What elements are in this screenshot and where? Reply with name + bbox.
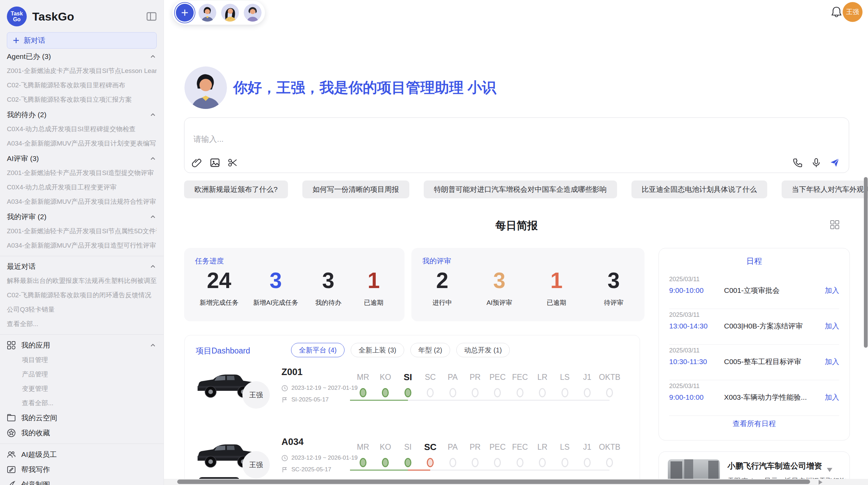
join-link[interactable]: 加入 bbox=[825, 321, 839, 331]
assistant-avatar-person[interactable] bbox=[244, 4, 262, 22]
sidebar-section-header[interactable]: AI评审 (3) bbox=[7, 151, 157, 166]
stat-value: 3 bbox=[484, 269, 515, 292]
schedule-item-main: 10:30-11:30C005-整车工程目标评审加入 bbox=[669, 357, 839, 366]
milestone-segment bbox=[408, 470, 430, 471]
sidebar-item-my-apps[interactable]: 我的应用 bbox=[7, 338, 157, 353]
sidebar-task-item[interactable]: Z001-全新燃油皮卡产品开发项目SI节点Lesson Learn报告 bbox=[7, 64, 157, 78]
write-icon bbox=[7, 465, 16, 474]
suggestion-chip[interactable]: 如何写一份清晰的项目周报 bbox=[302, 181, 409, 198]
attachment-icon[interactable] bbox=[192, 158, 202, 168]
app-window: Task Go TaskGo 新对话 Agent已办 (3)Z001-全新燃油皮… bbox=[0, 0, 868, 485]
suggestion-chip[interactable]: 比亚迪全固态电池计划具体说了什么 bbox=[631, 181, 767, 198]
phone-call-icon[interactable] bbox=[793, 158, 803, 168]
dashboard-tab[interactable]: 动总开发 (1) bbox=[456, 343, 510, 357]
new-chat-label: 新对话 bbox=[24, 36, 45, 45]
divider bbox=[0, 256, 164, 256]
sidebar-section-header[interactable]: 我的评审 (2) bbox=[7, 210, 157, 224]
app-sub-item[interactable]: 变更管理 bbox=[7, 382, 157, 396]
sidebar-task-item[interactable]: C02-飞腾新能源轻客改款项目里程碑画布 bbox=[7, 78, 157, 92]
schedule-separator bbox=[669, 344, 839, 345]
sidebar-item-tool-1[interactable]: 帮我写作 bbox=[7, 462, 157, 477]
assistant-avatar-man[interactable] bbox=[198, 4, 216, 22]
project-row: 王强A0342023-12-19 ~ 2026-01-19SC-2025-05-… bbox=[185, 432, 640, 485]
new-session-button[interactable] bbox=[176, 4, 194, 22]
sidebar-task-item[interactable]: C0X4-动力总成开发项目SI里程碑提交物检查 bbox=[7, 122, 157, 136]
dashboard-tab[interactable]: 年型 (2) bbox=[410, 343, 450, 357]
project-date-range-row: 2023-12-19 ~ 2026-01-19 bbox=[281, 455, 358, 461]
app-sub-item[interactable]: 查看全部... bbox=[7, 396, 157, 410]
milestone-dot bbox=[360, 388, 366, 397]
dashboard-tab[interactable]: 全新上装 (3) bbox=[351, 343, 404, 357]
recent-conversation-item[interactable]: C02-飞腾新能源轻客改款项目的闭环通告反馈情况 bbox=[7, 288, 157, 302]
app-sub-item[interactable]: 产品管理 bbox=[7, 367, 157, 382]
stat-item: 2进行中 bbox=[427, 269, 458, 307]
logo-line2: Go bbox=[13, 16, 21, 22]
sidebar-item-label: AI超级员工 bbox=[21, 450, 57, 459]
sidebar-task-item[interactable]: A034-全新新能源MUV产品开发项目计划变更表编写 bbox=[7, 136, 157, 151]
sidebar-task-item[interactable]: Z001-全新燃油轻卡产品开发项目SI节点属性5D文件评审 bbox=[7, 224, 157, 238]
recent-conversation-item[interactable]: 解释最新出台的欧盟报废车法规再生塑料比例被调至15%... bbox=[7, 274, 157, 288]
milestone-stop[interactable]: OKTB bbox=[594, 441, 625, 467]
pen-icon bbox=[7, 480, 16, 485]
sidebar-sections: Agent已办 (3)Z001-全新燃油皮卡产品开发项目SI节点Lesson L… bbox=[7, 49, 157, 253]
sidebar-task-item[interactable]: Z001-全新燃油轻卡产品开发项目SI造型提交物评审 bbox=[7, 166, 157, 180]
app-sub-item[interactable]: 项目管理 bbox=[7, 353, 157, 367]
sidebar-item-storage-0[interactable]: 我的云空间 bbox=[7, 410, 157, 425]
sidebar-section-header[interactable]: 我的待办 (2) bbox=[7, 108, 157, 122]
session-switcher bbox=[172, 1, 265, 25]
notifications-bell-icon[interactable] bbox=[831, 6, 842, 18]
sidebar-task-item[interactable]: C0X4-动力总成开发项目工程变更评审 bbox=[7, 180, 157, 195]
sidebar-task-item[interactable]: C02-飞腾新能源轻客改款项目立项汇报方案 bbox=[7, 92, 157, 107]
stat-row: 24新增完成任务3新增AI完成任务3我的待办1已逾期 bbox=[200, 269, 389, 307]
milestone-stop[interactable]: OKTB bbox=[594, 371, 625, 397]
recent-conversation-item[interactable]: 公司Q3轻卡销量 bbox=[7, 302, 157, 317]
view-all-schedule-link[interactable]: 查看所有日程 bbox=[659, 419, 849, 428]
send-icon[interactable] bbox=[830, 158, 840, 168]
stat-card-title: 我的评审 bbox=[422, 256, 451, 266]
plus-icon bbox=[13, 37, 20, 44]
sidebar-item-storage-1[interactable]: 我的收藏 bbox=[7, 425, 157, 440]
new-chat-button[interactable]: 新对话 bbox=[7, 32, 157, 49]
sidebar-item-tool-2[interactable]: 创意制图 bbox=[7, 477, 157, 485]
recent-conversation-item[interactable]: 查看全部... bbox=[7, 317, 157, 331]
stat-label: 待评审 bbox=[598, 298, 629, 307]
milestone-dot bbox=[517, 388, 523, 397]
recent-section-header[interactable]: 最近对话 bbox=[7, 259, 157, 274]
scissors-icon[interactable] bbox=[228, 158, 238, 168]
milestone-segment bbox=[363, 400, 385, 401]
stat-item: 3AI预评审 bbox=[484, 269, 515, 307]
folder-icon bbox=[7, 413, 16, 422]
layout-grid-icon[interactable] bbox=[830, 220, 840, 229]
suggestion-chip[interactable]: 欧洲新规最近颁布了什么? bbox=[184, 181, 288, 198]
scroll-right-arrow[interactable] bbox=[819, 480, 822, 485]
dashboard-tab[interactable]: 全新平台 (4) bbox=[291, 343, 345, 357]
schedule-date: 2025/03/11 bbox=[669, 276, 839, 283]
stat-item: 3我的待办 bbox=[313, 269, 344, 307]
image-icon[interactable] bbox=[210, 158, 220, 168]
sidebar-section-header[interactable]: Agent已办 (3) bbox=[7, 49, 157, 64]
collapse-sidebar-icon[interactable] bbox=[146, 12, 157, 21]
schedule-item-main: 9:00-10:00X003-车辆动力学性能验...加入 bbox=[669, 393, 839, 402]
suggestion-chip[interactable]: 特朗普可能对进口汽车增税会对中国车企造成哪些影响 bbox=[424, 181, 617, 198]
message-composer bbox=[184, 117, 849, 173]
divider bbox=[0, 334, 164, 335]
vertical-scrollbar-thumb[interactable] bbox=[864, 177, 868, 348]
join-link[interactable]: 加入 bbox=[825, 393, 839, 402]
schedule-separator bbox=[669, 380, 839, 380]
microphone-icon[interactable] bbox=[811, 158, 821, 168]
schedule-date: 2025/03/11 bbox=[669, 347, 839, 354]
sidebar-task-item[interactable]: A034-全新新能源MUV产品开发项目法规符合性评审 bbox=[7, 195, 157, 209]
message-input[interactable] bbox=[193, 134, 674, 144]
user-avatar[interactable]: 王强 bbox=[843, 2, 863, 22]
suggestion-chip[interactable]: 当下年轻人对汽车外观有怎样的喜好趋势 bbox=[782, 181, 868, 198]
assistant-avatar-woman[interactable] bbox=[221, 4, 239, 22]
scroll-down-arrow[interactable] bbox=[827, 468, 832, 472]
sidebar-item-tool-0[interactable]: AI超级员工 bbox=[7, 447, 157, 462]
section-title: 我的评审 (2) bbox=[7, 212, 47, 222]
sidebar-task-item[interactable]: A034-全新新能源MUV产品开发项目造型可行性评审 bbox=[7, 238, 157, 253]
join-link[interactable]: 加入 bbox=[825, 357, 839, 366]
schedule-separator bbox=[669, 415, 839, 416]
join-link[interactable]: 加入 bbox=[825, 286, 839, 295]
horizontal-scrollbar-thumb[interactable] bbox=[177, 480, 810, 484]
milestone-dot bbox=[494, 388, 501, 397]
